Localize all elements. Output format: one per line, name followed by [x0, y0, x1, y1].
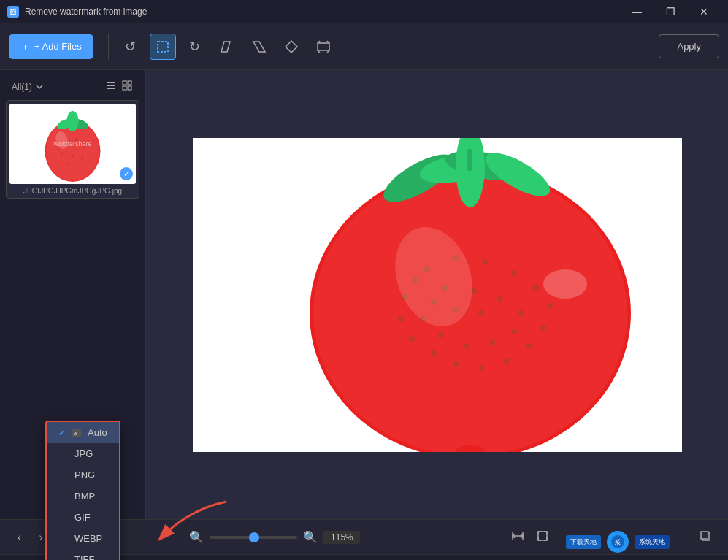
zoom-out-icon: 🔍	[189, 530, 204, 544]
svg-point-56	[438, 332, 444, 338]
maximize-button[interactable]: ❐	[654, 0, 687, 23]
svg-point-23	[72, 156, 74, 158]
skew-right-icon	[252, 39, 267, 54]
crop-button[interactable]	[150, 34, 176, 60]
svg-text:A: A	[74, 431, 78, 437]
format-option-webp[interactable]: WEBP	[47, 528, 119, 549]
status-bar: Format: Auto JPG PNG BMP GIF WEBP TIFF O…	[0, 554, 728, 560]
format-jpg-label: JPG	[74, 448, 93, 459]
expand-button[interactable]	[310, 34, 337, 60]
apply-button[interactable]: Apply	[659, 34, 719, 58]
format-dropdown-menu: ✓ A Auto JPG PNG BMP GIF WEBP	[45, 421, 120, 560]
svg-marker-2	[253, 42, 265, 52]
crop-icon	[155, 39, 171, 55]
zoom-slider-thumb	[249, 532, 259, 542]
svg-point-32	[313, 171, 627, 452]
chevron-down-icon	[35, 83, 44, 91]
svg-point-69	[543, 269, 587, 299]
svg-point-36	[511, 270, 517, 276]
rotate-right-icon: ↻	[189, 39, 200, 55]
rotate-right-button[interactable]: ↻	[182, 34, 208, 60]
svg-point-40	[526, 343, 532, 349]
prev-image-button[interactable]: ‹	[12, 528, 27, 547]
titlebar: 🖼 Remove watermark from image — ❐ ✕	[0, 0, 728, 23]
format-option-png[interactable]: PNG	[47, 464, 119, 486]
window-controls: — ❐ ✕	[620, 0, 721, 23]
fit-width-button[interactable]	[507, 526, 529, 548]
thumbnail-checkmark: ✓	[120, 167, 133, 180]
format-option-gif[interactable]: GIF	[47, 507, 119, 528]
svg-rect-0	[158, 42, 168, 52]
svg-point-22	[61, 153, 63, 155]
grid-view-icon	[122, 80, 132, 91]
brand-logo-3: 系统天地	[635, 535, 670, 549]
svg-point-35	[482, 259, 488, 265]
svg-rect-73	[538, 532, 547, 540]
check-icon: ✓	[58, 428, 66, 438]
auto-icon: A	[72, 428, 82, 438]
grid-view-button[interactable]	[120, 79, 134, 94]
copy-button[interactable]	[694, 526, 716, 548]
preview-area	[146, 70, 728, 519]
minimize-button[interactable]: —	[620, 0, 654, 23]
svg-rect-83	[701, 532, 708, 539]
close-button[interactable]: ✕	[687, 0, 721, 23]
svg-point-28	[67, 111, 79, 131]
add-files-button[interactable]: ＋ + Add Files	[9, 34, 93, 59]
format-png-label: PNG	[74, 469, 95, 480]
skew-left-icon	[220, 39, 234, 54]
svg-point-20	[75, 139, 77, 142]
svg-point-54	[489, 340, 495, 345]
svg-point-51	[497, 296, 502, 302]
format-option-tiff[interactable]: TIFF	[47, 549, 119, 560]
svg-rect-15	[128, 86, 131, 90]
plus-icon: ＋	[20, 40, 30, 53]
thumbnail-item[interactable]: wondershare ✓ JPGtJPGJJPGmJPGgJPG.jpg	[6, 100, 139, 199]
toolbar-separator-1	[108, 34, 109, 60]
svg-rect-11	[107, 88, 115, 89]
svg-point-25	[68, 163, 70, 165]
filter-label: All(1)	[12, 82, 32, 92]
svg-rect-10	[107, 85, 115, 86]
zoom-controls: 🔍 🔍 115%	[189, 530, 360, 544]
svg-point-43	[453, 361, 459, 367]
svg-point-45	[409, 336, 415, 342]
svg-point-52	[518, 310, 524, 316]
format-option-jpg[interactable]: JPG	[47, 443, 119, 464]
brand-logo-2: 系	[607, 531, 629, 553]
svg-rect-12	[123, 81, 126, 85]
svg-point-55	[464, 343, 470, 349]
brand-logo-1: 下载天地	[566, 535, 601, 549]
skew-left-button[interactable]	[214, 34, 240, 60]
preview-image-container	[193, 138, 682, 452]
svg-point-39	[540, 325, 546, 331]
thumbnail-preview-svg	[9, 104, 136, 184]
svg-point-44	[431, 350, 437, 356]
list-view-button[interactable]	[104, 79, 118, 94]
fit-page-button[interactable]	[532, 526, 553, 548]
svg-point-38	[548, 303, 553, 309]
thumbnail-image: wondershare	[9, 104, 136, 184]
svg-point-24	[81, 158, 83, 160]
format-option-auto[interactable]: ✓ A Auto	[47, 422, 119, 443]
svg-rect-67	[467, 149, 472, 171]
skew-right-button[interactable]	[246, 34, 272, 60]
format-option-bmp[interactable]: BMP	[47, 486, 119, 507]
svg-rect-9	[107, 82, 115, 83]
svg-point-37	[533, 285, 539, 291]
fit-width-icon	[511, 529, 524, 542]
main-toolbar: ＋ + Add Files ↺ ↻ Appl	[0, 23, 728, 70]
zoom-extra-buttons	[507, 526, 553, 548]
app-icon: 🖼	[7, 6, 19, 18]
list-view-icon	[106, 80, 116, 91]
erase-button[interactable]	[278, 34, 304, 60]
svg-marker-3	[286, 41, 297, 53]
zoom-slider[interactable]	[210, 536, 297, 539]
svg-marker-1	[221, 42, 230, 52]
svg-point-53	[511, 329, 517, 334]
erase-icon	[284, 39, 299, 54]
sidebar-icon-group	[104, 79, 134, 94]
zoom-percent-display: 115%	[323, 531, 360, 544]
svg-rect-14	[123, 86, 126, 90]
rotate-left-button[interactable]: ↺	[118, 34, 144, 60]
